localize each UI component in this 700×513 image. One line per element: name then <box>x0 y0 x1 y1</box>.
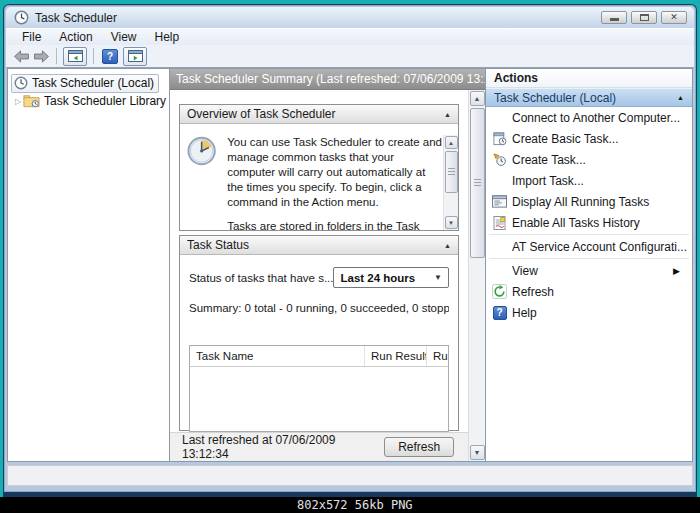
tree-item-label: Task Scheduler Library <box>44 94 166 108</box>
task-status-section-header[interactable]: Task Status ▲ <box>180 236 458 255</box>
task-table: Task Name Run Result Run Start <box>189 345 449 432</box>
show-action-pane-icon <box>128 50 143 62</box>
action-label: Create Basic Task... <box>512 132 619 146</box>
overview-paragraph: You can use Task Scheduler to create and… <box>227 135 443 210</box>
overview-text: You can use Task Scheduler to create and… <box>227 135 443 230</box>
overview-section: Overview of Task Scheduler ▲ <box>179 104 459 231</box>
maximize-icon <box>640 14 649 21</box>
summary-scrollbar[interactable]: ▲ ▼ <box>468 90 485 461</box>
help-icon-wrap: ? <box>491 305 508 321</box>
summary-panel: Task Scheduler Summary (Last refreshed: … <box>169 69 486 461</box>
task-status-content: Status of tasks that have s... Last 24 h… <box>180 255 458 430</box>
task-scheduler-window: Task Scheduler ✕ File Action View Help ? <box>3 4 697 497</box>
action-display-all-running-tasks[interactable]: Display All Running Tasks <box>486 191 692 212</box>
status-bar <box>7 465 693 486</box>
menu-view[interactable]: View <box>102 29 146 45</box>
scroll-down-icon: ▼ <box>448 220 454 226</box>
maximize-button[interactable] <box>631 11 657 24</box>
refresh-icon <box>491 284 508 300</box>
action-label: View <box>512 264 538 278</box>
tree-item-task-scheduler-local[interactable]: Task Scheduler (Local) <box>8 74 169 92</box>
image-size-caption: 802x572 56kb PNG <box>297 498 413 512</box>
action-connect-to-another-computer[interactable]: Connect to Another Computer... <box>486 107 692 128</box>
summary-counts: Summary: 0 total - 0 running, 0 succeede… <box>189 302 449 314</box>
scroll-thumb[interactable] <box>470 108 485 258</box>
collapse-icon[interactable]: ▲ <box>444 242 451 249</box>
action-view[interactable]: View ▶ <box>486 260 692 281</box>
action-import-task[interactable]: Import Task... <box>486 170 692 191</box>
help-toolbar-button[interactable]: ? <box>102 49 118 64</box>
column-run-result[interactable]: Run Result <box>365 346 427 366</box>
action-label: Display All Running Tasks <box>512 195 649 209</box>
overview-paragraph-clipped: Tasks are stored in folders in the Task <box>227 219 443 230</box>
action-label: Help <box>512 306 537 320</box>
period-value: Last 24 hours <box>340 272 415 284</box>
action-at-service-account-configuration[interactable]: AT Service Account Configurati... <box>486 236 692 257</box>
menu-help[interactable]: Help <box>146 29 189 45</box>
thumb-grip-icon <box>474 179 481 187</box>
overview-section-header[interactable]: Overview of Task Scheduler ▲ <box>180 105 458 124</box>
action-label: Refresh <box>512 285 554 299</box>
titlebar[interactable]: Task Scheduler ✕ <box>6 7 694 28</box>
action-help[interactable]: ? Help <box>486 302 692 323</box>
window-controls: ✕ <box>601 11 687 24</box>
back-icon[interactable] <box>13 50 30 63</box>
action-enable-all-tasks-history[interactable]: Enable All Tasks History <box>486 212 692 233</box>
console-tree-panel: Task Scheduler (Local) ▷ Task Scheduler … <box>8 69 169 461</box>
scroll-up-button[interactable]: ▲ <box>470 91 485 106</box>
window-title: Task Scheduler <box>35 11 117 25</box>
scroll-down-button[interactable]: ▼ <box>445 216 458 229</box>
tree-item-task-scheduler-library[interactable]: ▷ Task Scheduler Library <box>8 92 169 110</box>
collapse-icon[interactable]: ▲ <box>444 111 451 118</box>
app-clock-icon <box>14 10 29 25</box>
close-button[interactable]: ✕ <box>661 11 687 24</box>
column-task-name[interactable]: Task Name <box>190 346 365 366</box>
expander-icon[interactable]: ▷ <box>13 97 23 106</box>
actions-separator <box>489 234 689 235</box>
action-label: AT Service Account Configurati... <box>512 240 687 254</box>
collapse-icon[interactable]: ▲ <box>677 94 684 101</box>
forward-icon[interactable] <box>33 50 50 63</box>
blank-icon <box>491 173 508 189</box>
scroll-thumb[interactable] <box>445 151 458 193</box>
help-icon: ? <box>107 51 113 62</box>
summary-body: Overview of Task Scheduler ▲ <box>170 90 468 432</box>
column-run-start[interactable]: Run Start <box>427 346 448 366</box>
create-basic-task-icon <box>491 131 508 147</box>
action-create-task[interactable]: Create Task... <box>486 149 692 170</box>
tasks-history-icon <box>491 215 508 231</box>
scroll-up-button[interactable]: ▲ <box>445 136 458 149</box>
menu-action[interactable]: Action <box>50 29 101 45</box>
display-running-tasks-icon <box>491 194 508 210</box>
action-refresh[interactable]: Refresh <box>486 281 692 302</box>
overview-scrollbar[interactable]: ▲ ▼ <box>443 135 458 230</box>
folder-clock-icon <box>23 94 40 108</box>
minimize-button[interactable] <box>601 11 627 24</box>
status-of-tasks-label: Status of tasks that have s... <box>189 272 333 284</box>
action-label: Create Task... <box>512 153 586 167</box>
summary-header: Task Scheduler Summary (Last refreshed: … <box>170 69 485 90</box>
blank-icon <box>491 110 508 126</box>
menu-bar: File Action View Help <box>6 28 694 45</box>
actions-group-header[interactable]: Task Scheduler (Local) ▲ <box>486 88 692 107</box>
period-combobox[interactable]: Last 24 hours ▼ <box>333 267 449 288</box>
task-table-header: Task Name Run Result Run Start <box>190 346 448 367</box>
show-action-pane-button[interactable] <box>123 47 147 66</box>
menu-file[interactable]: File <box>13 29 50 45</box>
actions-panel: Actions Task Scheduler (Local) ▲ Connect… <box>486 69 692 461</box>
scroll-down-button[interactable]: ▼ <box>470 445 485 460</box>
action-label: Import Task... <box>512 174 584 188</box>
clock-icon <box>14 76 28 90</box>
close-icon: ✕ <box>670 13 678 22</box>
task-status-title: Task Status <box>187 238 249 252</box>
actions-group-title: Task Scheduler (Local) <box>494 91 616 105</box>
refresh-button[interactable]: Refresh <box>384 437 454 457</box>
help-icon: ? <box>493 306 507 320</box>
show-console-tree-button[interactable] <box>63 47 87 66</box>
toolbar-separator <box>93 48 94 64</box>
tree-item-selected[interactable]: Task Scheduler (Local) <box>11 74 159 93</box>
blank-icon <box>491 239 508 255</box>
action-create-basic-task[interactable]: Create Basic Task... <box>486 128 692 149</box>
show-console-tree-icon <box>68 50 83 62</box>
action-label: Enable All Tasks History <box>512 216 640 230</box>
